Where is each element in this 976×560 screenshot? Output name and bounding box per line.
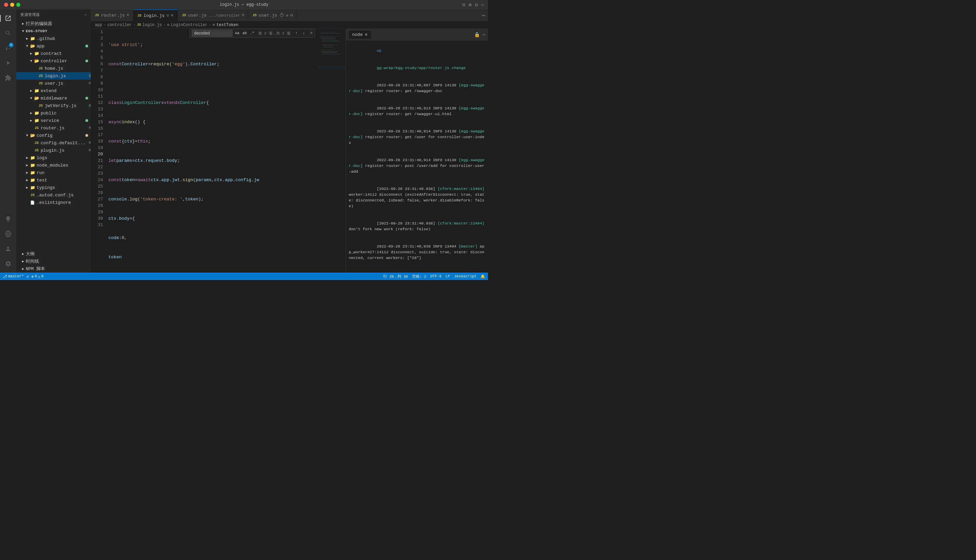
sidebar-item-user-js[interactable]: JS user.js M	[16, 80, 91, 87]
plugin-arrow	[28, 148, 34, 153]
sidebar-item-service[interactable]: ▶ 📁 service	[16, 117, 91, 124]
breadcrumb-method-icon: ⊙	[212, 22, 215, 27]
errors-label: 0	[35, 274, 37, 278]
sidebar-item-config[interactable]: ▼ 📂 config	[16, 132, 91, 139]
contract-arrow: ▶	[28, 51, 34, 56]
sidebar-item-controller[interactable]: ▼ 📂 controller	[16, 57, 91, 65]
minimize-button[interactable]	[10, 3, 14, 7]
source-control-icon[interactable]: 8	[2, 42, 14, 54]
sidebar-item-plugin-js[interactable]: JS plugin.js M	[16, 147, 91, 154]
errors-item[interactable]: ⊗ 0 △ 0	[32, 274, 43, 278]
sidebar-item-run[interactable]: ▶ 📁 run	[16, 169, 91, 177]
sidebar-item-jwtverify[interactable]: JS jwtVerify.js U	[16, 102, 91, 109]
search-icon[interactable]	[2, 27, 14, 39]
tab-user-js-controller[interactable]: JS user.js .../controller M	[178, 10, 248, 21]
split-icon[interactable]: ⊟	[475, 2, 478, 8]
remote-icon[interactable]	[2, 228, 14, 240]
app-arrow: ▼	[24, 43, 30, 49]
minimap	[319, 29, 346, 273]
window-title: login.js — egg-study	[220, 2, 268, 7]
sidebar-item-app[interactable]: ▼ 📂 app	[16, 42, 91, 50]
find-close-button[interactable]: ×	[310, 30, 313, 36]
sidebar-toggle-icon[interactable]: ⊟	[462, 2, 465, 8]
tab-login-js[interactable]: JS login.js U ×	[133, 10, 178, 21]
account-icon[interactable]	[2, 243, 14, 255]
find-regex-btn[interactable]: .*	[249, 30, 256, 37]
code-content[interactable]: 'use strict'; const Controller = require…	[107, 29, 319, 273]
language-item[interactable]: Javascript	[454, 274, 476, 278]
notification-icon[interactable]: 🔔	[481, 274, 485, 278]
terminal-tab-node[interactable]: node ×	[349, 31, 371, 39]
lock-icon[interactable]: 🔒	[474, 32, 480, 38]
sidebar-item-middleware[interactable]: ▼ 📂 middleware	[16, 95, 91, 102]
terminal-body[interactable]: op gg-wrap/egg-study/app/router.js chang…	[346, 41, 488, 273]
more-icon[interactable]: ⋯	[481, 2, 484, 8]
window-controls[interactable]	[4, 3, 20, 7]
timeline-arrow: ▶	[20, 259, 26, 264]
timeline-section[interactable]: ▶ 时间线	[16, 258, 91, 265]
sidebar-item-eslintignore[interactable]: 📄 .eslintignore	[16, 199, 91, 206]
explorer-icon[interactable]	[2, 12, 14, 24]
find-case-btn[interactable]: Aa	[234, 30, 241, 37]
git-branch-item[interactable]: ⎇ master*	[3, 274, 24, 278]
indent-item[interactable]: 空格: 2	[412, 274, 426, 279]
sidebar-item-public[interactable]: ▶ 📁 public	[16, 109, 91, 117]
find-prev-btn[interactable]: ↑	[293, 30, 300, 37]
sync-item[interactable]: ↺	[27, 274, 29, 278]
encoding-item[interactable]: UTF-8	[430, 274, 441, 278]
sidebar-header-icons[interactable]: ⋯	[84, 13, 87, 17]
sidebar-item-router-js[interactable]: JS router.js M	[16, 124, 91, 132]
code-editor[interactable]: Aa ab .* 第 2 项，共 2 项 ↑ ↓ × 1 2	[91, 29, 346, 273]
settings-icon[interactable]	[2, 258, 14, 270]
sidebar-item-typings[interactable]: ▶ 📁 typings	[16, 184, 91, 191]
find-input-area[interactable]: Aa ab .*	[192, 30, 256, 37]
find-nav[interactable]: ↑ ↓	[293, 30, 308, 37]
sidebar-item-config-default[interactable]: JS config.default... M	[16, 139, 91, 147]
eol-item[interactable]: LF	[446, 274, 450, 278]
new-file-icon[interactable]: ⋯	[84, 13, 87, 17]
line-col-label: 行 20，列 38	[383, 274, 408, 279]
sidebar-item-extend[interactable]: ▶ 📁 extend	[16, 87, 91, 95]
folder-icon: 📁	[30, 170, 35, 175]
breadcrumb-class[interactable]: LoginController	[171, 23, 207, 27]
find-next-btn[interactable]: ↓	[301, 30, 308, 37]
extensions-icon[interactable]	[2, 72, 14, 84]
breadcrumb-controller[interactable]: controller	[107, 23, 132, 27]
bulb-icon[interactable]	[2, 213, 14, 225]
sidebar-item-logs[interactable]: ▶ 📁 logs	[16, 154, 91, 162]
breadcrumb-app[interactable]: app	[95, 23, 102, 27]
sidebar-item-github[interactable]: ▶ 📁 .github	[16, 35, 91, 42]
close-button[interactable]	[4, 3, 8, 7]
code-line-2: const Controller = require('egg').Contro…	[109, 61, 319, 67]
tab-user-js[interactable]: JS user.js ⏱ ⇄ ⊟	[248, 10, 297, 21]
maximize-button[interactable]	[16, 3, 20, 7]
middleware-arrow: ▼	[28, 95, 34, 101]
sidebar-item-node-modules[interactable]: ▶ 📁 node_modules	[16, 162, 91, 169]
home-js-label: home.js	[45, 66, 91, 71]
find-input[interactable]	[192, 30, 232, 37]
sidebar-item-contract[interactable]: ▶ 📁 contract	[16, 50, 91, 57]
sidebar-item-home-js[interactable]: JS home.js	[16, 65, 91, 72]
run-icon[interactable]	[2, 57, 14, 69]
terminal-more-icon[interactable]: ⋯	[483, 32, 485, 38]
terminal-close-button[interactable]: ×	[364, 32, 368, 38]
find-word-btn[interactable]: ab	[241, 30, 248, 37]
router-js-label: router.js	[41, 126, 87, 131]
breadcrumb-file[interactable]: login.js	[142, 23, 162, 27]
code-line-6: const { ctx } = this;	[109, 138, 319, 145]
cursor-position[interactable]: 行 20，列 38	[383, 274, 408, 279]
tabs-overflow[interactable]: ⋯	[479, 10, 488, 21]
root-folder[interactable]: ▼ EGG-STUDY	[16, 27, 91, 35]
middleware-badge	[85, 97, 88, 100]
tab-router-js[interactable]: JS router.js M	[91, 10, 133, 21]
sidebar-item-login-js[interactable]: JS login.js U	[16, 72, 91, 80]
folder-open-icon: 📂	[34, 58, 39, 63]
tab-close-button[interactable]: ×	[171, 13, 174, 18]
public-label: public	[41, 111, 91, 116]
open-editors-section[interactable]: ▶ 打开的编辑器	[16, 20, 91, 27]
sidebar-item-autod[interactable]: JS .autod.conf.js	[16, 191, 91, 199]
npm-section[interactable]: ▶ NPM 脚本	[16, 265, 91, 273]
layout-icon[interactable]: ⊞	[469, 2, 471, 8]
outline-section[interactable]: ▶ 大纲	[16, 250, 91, 258]
sidebar-item-test[interactable]: ▶ 📁 test	[16, 177, 91, 184]
